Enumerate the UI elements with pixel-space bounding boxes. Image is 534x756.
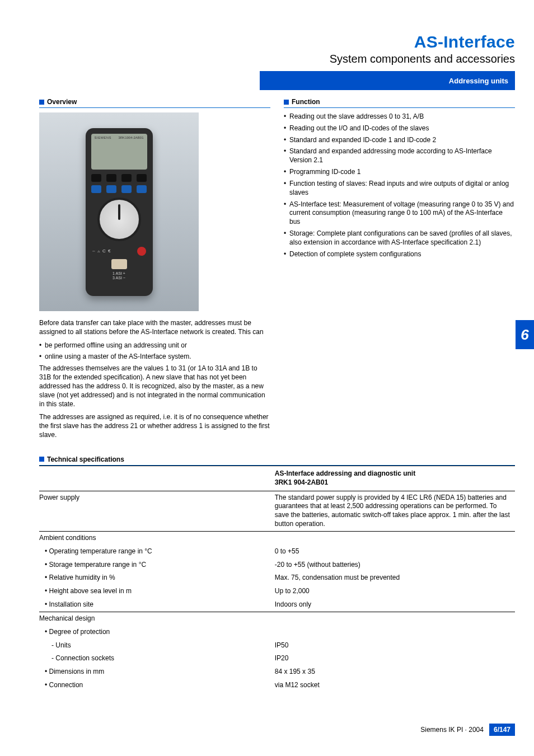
table-row: • Dimensions in mm 84 x 195 x 35 bbox=[39, 665, 515, 679]
spec-key: Power supply bbox=[39, 491, 275, 531]
footer-text: Siemens IK PI · 2004 bbox=[420, 726, 484, 734]
function-heading: Function bbox=[292, 98, 320, 106]
table-row: • Height above sea level in m Up to 2,00… bbox=[39, 585, 515, 598]
spec-val bbox=[275, 531, 515, 544]
spec-key: Ambient conditions bbox=[39, 531, 275, 544]
device-button bbox=[106, 185, 116, 193]
device-footer: ⎓ △ C € bbox=[91, 247, 147, 256]
table-row: Mechanical design bbox=[39, 612, 515, 625]
overview-p1: Before data transfer can take place with… bbox=[39, 319, 270, 337]
spec-val: Max. 75, condensation must be prevented bbox=[275, 571, 515, 585]
section-band-label: Addressing units bbox=[449, 77, 508, 85]
spec-key: • Dimensions in mm bbox=[39, 665, 275, 679]
spec-key: • Storage temperature range in °C bbox=[39, 558, 275, 572]
spec-val: Indoors only bbox=[275, 598, 515, 612]
table-header-empty bbox=[39, 466, 275, 491]
spec-key: • Connection bbox=[39, 679, 275, 692]
device-cert-icons: ⎓ △ C € bbox=[92, 248, 111, 253]
table-row: Ambient conditions bbox=[39, 531, 515, 544]
list-item: Detection of complete system configurati… bbox=[284, 250, 515, 259]
chapter-tab: 6 bbox=[516, 320, 534, 349]
table-row: • Degree of protection bbox=[39, 626, 515, 639]
page-footer: Siemens IK PI · 2004 6/147 bbox=[39, 724, 515, 736]
content-columns: Overview SIEMENS 3RK1904-2AB01 bbox=[39, 98, 515, 444]
device-lcd: SIEMENS 3RK1904-2AB01 bbox=[91, 134, 147, 170]
spec-key: • Degree of protection bbox=[39, 626, 275, 639]
device-asi2: 3 ASI − bbox=[91, 276, 147, 280]
device-button bbox=[91, 185, 101, 193]
spec-key: • Installation site bbox=[39, 598, 275, 612]
device-illustration: SIEMENS 3RK1904-2AB01 bbox=[86, 128, 153, 296]
list-item: Standard and expanded ID-code 1 and ID-c… bbox=[284, 136, 515, 145]
list-item: Reading out the I/O and ID-codes of the … bbox=[284, 124, 515, 133]
square-bullet-icon bbox=[39, 100, 44, 105]
table-row: - Units IP50 bbox=[39, 639, 515, 652]
list-item: be performed offline using an addressing… bbox=[39, 341, 270, 350]
table-row: • Relative humidity in % Max. 75, conden… bbox=[39, 571, 515, 585]
doc-title: AS-Interface bbox=[39, 32, 515, 51]
tech-heading-row: Technical specifications bbox=[39, 456, 515, 466]
tech-spec-section: Technical specifications AS-Interface ad… bbox=[39, 456, 515, 692]
spec-val: IP50 bbox=[275, 639, 515, 652]
spec-val bbox=[275, 626, 515, 639]
spec-key: - Units bbox=[39, 639, 275, 652]
table-row: - Connection sockets IP20 bbox=[39, 652, 515, 665]
device-port-labels: 1 ASI + 3 ASI − bbox=[91, 271, 147, 281]
page-number: 6/147 bbox=[489, 724, 515, 736]
device-port bbox=[111, 259, 127, 269]
spec-val: 84 x 195 x 35 bbox=[275, 665, 515, 679]
table-row: • Installation site Indoors only bbox=[39, 598, 515, 612]
function-heading-row: Function bbox=[284, 98, 515, 108]
right-column: Function Reading out the slave addresses… bbox=[284, 98, 515, 444]
left-column: Overview SIEMENS 3RK1904-2AB01 bbox=[39, 98, 270, 444]
device-button bbox=[137, 185, 147, 193]
spec-val: The standard power supply is provided by… bbox=[275, 491, 515, 531]
device-button bbox=[121, 174, 132, 182]
overview-heading: Overview bbox=[47, 98, 77, 106]
device-button bbox=[106, 174, 116, 182]
spec-val: 0 to +55 bbox=[275, 545, 515, 558]
col-header-l2: 3RK1 904-2AB01 bbox=[275, 478, 512, 487]
square-bullet-icon bbox=[284, 100, 289, 105]
overview-p2: The addresses themselves are the values … bbox=[39, 364, 270, 408]
tech-heading: Technical specifications bbox=[47, 456, 124, 463]
list-item: Programming ID-code 1 bbox=[284, 168, 515, 177]
device-asi1: 1 ASI + bbox=[91, 271, 147, 276]
list-item: Storage: Complete plant configurations c… bbox=[284, 229, 515, 247]
table-row: Power supply The standard power supply i… bbox=[39, 491, 515, 531]
list-item: Reading out the slave addresses 0 to 31,… bbox=[284, 112, 515, 121]
square-bullet-icon bbox=[39, 457, 44, 462]
overview-p3: The addresses are assigned as required, … bbox=[39, 413, 270, 439]
table-header-value: AS-Interface addressing and diagnostic u… bbox=[275, 466, 515, 491]
spec-key: • Operating temperature range in °C bbox=[39, 545, 275, 558]
spec-key: • Height above sea level in m bbox=[39, 585, 275, 598]
doc-subtitle: System components and accessories bbox=[39, 53, 515, 65]
section-band: Addressing units bbox=[260, 71, 515, 90]
list-item: online using a master of the AS-Interfac… bbox=[39, 353, 270, 361]
spec-val: Up to 2,000 bbox=[275, 585, 515, 598]
overview-heading-row: Overview bbox=[39, 98, 270, 108]
spec-val: via M12 socket bbox=[275, 679, 515, 692]
device-brand: SIEMENS bbox=[95, 136, 112, 139]
product-image: SIEMENS 3RK1904-2AB01 bbox=[39, 112, 199, 311]
device-button bbox=[121, 185, 132, 193]
overview-bullets: be performed offline using an addressing… bbox=[39, 341, 270, 362]
list-item: AS-Interface test: Measurement of voltag… bbox=[284, 200, 515, 227]
spec-val bbox=[275, 612, 515, 625]
device-btn-row-2 bbox=[91, 185, 147, 193]
page: AS-Interface System components and acces… bbox=[0, 0, 534, 756]
table-row: • Storage temperature range in °C -20 to… bbox=[39, 558, 515, 572]
page-header: AS-Interface System components and acces… bbox=[39, 32, 515, 65]
spec-table: AS-Interface addressing and diagnostic u… bbox=[39, 466, 515, 692]
spec-key: • Relative humidity in % bbox=[39, 571, 275, 585]
table-row: • Operating temperature range in °C 0 to… bbox=[39, 545, 515, 558]
spec-key: - Connection sockets bbox=[39, 652, 275, 665]
list-item: Function testing of slaves: Read inputs … bbox=[284, 180, 515, 198]
list-item: Standard and expanded addressing mode ac… bbox=[284, 147, 515, 165]
device-power-button bbox=[137, 247, 146, 256]
device-dial bbox=[97, 198, 141, 241]
spec-val: -20 to +55 (without batteries) bbox=[275, 558, 515, 572]
spec-val: IP20 bbox=[275, 652, 515, 665]
table-row: • Connection via M12 socket bbox=[39, 679, 515, 692]
chapter-number: 6 bbox=[521, 326, 528, 344]
